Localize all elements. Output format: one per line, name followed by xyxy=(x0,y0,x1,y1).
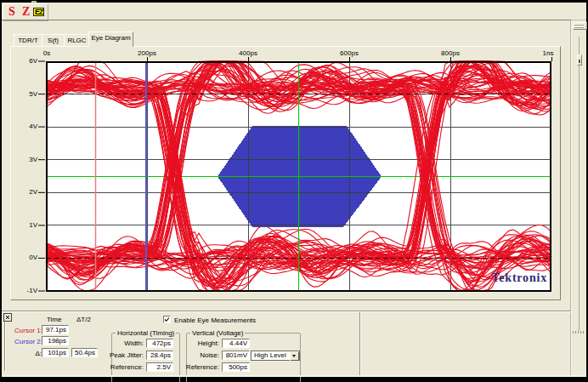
svg-text:Tektronix: Tektronix xyxy=(491,271,547,284)
svg-text:6V: 6V xyxy=(29,57,37,65)
svg-text:400ps: 400ps xyxy=(239,49,257,57)
svg-text:1ns: 1ns xyxy=(543,49,554,57)
svg-text:0V: 0V xyxy=(29,254,37,261)
svg-text:5V: 5V xyxy=(29,90,37,98)
svg-text:4V: 4V xyxy=(29,123,37,130)
svg-text:1V: 1V xyxy=(29,221,37,229)
svg-text:3V: 3V xyxy=(29,156,37,163)
svg-text:-1V: -1V xyxy=(27,287,38,294)
svg-text:600ps: 600ps xyxy=(340,49,359,57)
svg-text:200ps: 200ps xyxy=(138,49,156,57)
svg-text:0s: 0s xyxy=(43,49,50,57)
svg-text:2V: 2V xyxy=(29,188,37,196)
svg-text:800ps: 800ps xyxy=(441,49,460,57)
